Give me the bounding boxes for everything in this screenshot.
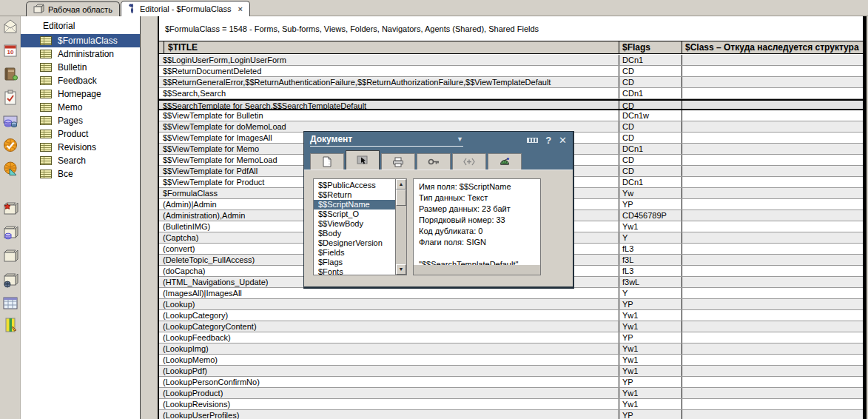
cell-flags: Yw1 — [619, 366, 682, 376]
sidebar-item[interactable]: Pages — [21, 114, 140, 127]
field-list-item[interactable]: $Body — [314, 229, 395, 238]
document-info-tab[interactable] — [310, 153, 344, 170]
table-row[interactable]: (LookupUserProfiles) YP — [159, 410, 863, 419]
field-list-item[interactable]: $Fields — [314, 248, 395, 258]
scroll-down-icon[interactable]: ▼ — [396, 264, 406, 275]
folder-icon[interactable] — [2, 249, 18, 265]
tab-workspace[interactable]: Рабочая область — [26, 1, 120, 16]
table-row[interactable]: $$SearchTemplate for Search,$$SearchTemp… — [159, 99, 863, 110]
cell-flags: YP — [619, 199, 682, 210]
table-row[interactable]: (LookupProduct) Yw1 — [159, 388, 863, 399]
databases-folder-icon[interactable] — [2, 225, 18, 241]
print-tab[interactable] — [381, 153, 415, 170]
sidebar-item[interactable]: Bulletin — [21, 61, 140, 74]
table-row[interactable]: (Lookup) YP — [159, 299, 863, 310]
view-info-line: $FormulaClass = 1548 - Forms, Sub-forms,… — [165, 24, 539, 33]
table-row[interactable]: (LookupRevisions) Yw1 — [159, 399, 863, 410]
table-row[interactable]: (LookupPdf) Yw1 — [159, 366, 863, 377]
scrollbar-track[interactable] — [396, 206, 406, 264]
field-list-item[interactable]: $DesignerVersion — [314, 238, 395, 248]
cell-class — [682, 399, 863, 409]
cell-flags: CD — [619, 155, 682, 165]
sidebar-item[interactable]: Revisions — [21, 141, 140, 154]
cell-class — [682, 121, 863, 132]
browse-web-icon[interactable] — [2, 137, 18, 153]
scrollbar-thumb[interactable] — [396, 190, 406, 206]
internet-folder-icon[interactable] — [2, 272, 18, 289]
cell-class — [682, 55, 863, 65]
sidebar-item[interactable]: Homepage — [21, 87, 140, 101]
field-list-item[interactable]: $$PublicAccess — [314, 181, 395, 190]
field-list-item[interactable]: $$ViewBody — [314, 219, 395, 229]
sidebar-item-label: Pages — [58, 115, 83, 126]
sidebar-item[interactable]: $FormulaClass — [21, 34, 140, 47]
view-icon — [40, 143, 52, 152]
column-header-flags[interactable]: $Flags — [619, 41, 682, 53]
scroll-up-icon[interactable]: ▲ — [396, 179, 406, 190]
cell-flags: YP — [619, 377, 682, 387]
security-key-tab[interactable] — [417, 153, 451, 170]
table-row[interactable]: (ImagesAll)|ImagesAll Y — [159, 288, 863, 299]
table-row[interactable]: (LookupMemo) Yw1 — [159, 355, 863, 366]
table-row[interactable]: $$LoginUserForm,LoginUserForm DCn1 — [159, 55, 863, 66]
cell-class — [682, 101, 863, 109]
document-properties-dialog: Документ ▼ ? ✕ $$Pu — [303, 131, 574, 289]
sidebar-item[interactable]: Product — [21, 127, 140, 141]
fields-tab[interactable] — [346, 150, 380, 170]
field-list-item[interactable]: $$Return — [314, 190, 395, 200]
replicator-icon[interactable] — [2, 113, 18, 130]
tab-editorial-formulaclass[interactable]: Editorial - $FormulaClass × — [121, 1, 250, 16]
cell-flags: f3L — [619, 255, 682, 265]
field-list-item[interactable]: $$ScriptName — [314, 200, 395, 210]
view-icon — [40, 50, 52, 58]
navigator-pane: Editorial $FormulaClass Administration B… — [21, 16, 141, 419]
favorites-folder-icon[interactable] — [2, 201, 18, 218]
advanced-beanie-tab[interactable] — [488, 153, 522, 170]
sidebar-item[interactable]: Memo — [21, 101, 140, 114]
tab-close-icon[interactable]: × — [238, 4, 242, 13]
table-row[interactable]: (LookupPersonConfirmNo) YP — [159, 377, 863, 388]
cell-flags: CD — [619, 101, 682, 109]
column-header-class[interactable]: $Class – Откуда наследуется структура — [682, 41, 863, 53]
help-icon[interactable]: ? — [545, 135, 551, 146]
internet-search-icon[interactable] — [2, 161, 18, 177]
cell-class — [682, 343, 863, 354]
workspace-grid-icon[interactable] — [2, 295, 18, 311]
sidebar-item-label: Bulletin — [58, 62, 87, 73]
table-row[interactable]: (LookupCategoryContent) Yw1 — [159, 321, 863, 332]
meta-ids-tab[interactable] — [452, 153, 486, 170]
view-icon — [40, 36, 52, 45]
collapse-gripper-icon[interactable] — [527, 138, 538, 143]
table-row[interactable]: (LookupCategory) Yw1 — [159, 310, 863, 321]
cell-flags: Yw1 — [619, 399, 682, 409]
pane-splitter[interactable] — [141, 16, 158, 419]
table-row[interactable]: (LookupFeedback) YP — [159, 332, 863, 343]
mail-icon[interactable] — [2, 19, 18, 35]
column-header-title[interactable]: $TITLE — [164, 41, 619, 53]
cell-class — [682, 66, 863, 76]
sidebar-item[interactable]: Search — [21, 154, 140, 167]
sidebar-item[interactable]: Все — [21, 167, 140, 181]
design-list-icon[interactable] — [2, 317, 18, 333]
calendar-icon[interactable]: 10 — [2, 42, 18, 58]
sidebar-item-label: Memo — [58, 102, 82, 113]
chevron-down-icon[interactable]: ▼ — [457, 135, 463, 143]
field-list-item[interactable]: $Fonts — [314, 267, 395, 275]
close-icon[interactable]: ✕ — [559, 135, 567, 146]
contacts-icon[interactable] — [2, 66, 18, 82]
sidebar-item[interactable]: Administration — [21, 47, 140, 61]
table-row[interactable]: $$ViewTemplate for Bulletin DCn1w — [159, 110, 863, 121]
table-row[interactable]: $$ReturnGeneralError,$$ReturnAuthenticat… — [159, 77, 863, 88]
table-row[interactable]: $$Search,Search CDn1 — [159, 88, 863, 99]
field-list-item[interactable]: $$Script_O — [314, 210, 395, 219]
table-row[interactable]: $$ReturnDocumentDeleted CD — [159, 66, 863, 77]
navigator-header: Editorial — [21, 16, 140, 34]
todo-icon[interactable] — [2, 90, 18, 106]
field-list-item[interactable]: $Flags — [314, 258, 395, 267]
sidebar-item[interactable]: Feedback — [21, 74, 140, 87]
cell-flags: CD456789P — [619, 210, 682, 221]
cell-class — [682, 77, 863, 87]
dialog-titlebar[interactable]: Документ ▼ ? ✕ — [304, 132, 573, 148]
table-row[interactable]: (LookupImg) Yw1 — [159, 343, 863, 355]
cell-title: (LookupRevisions) — [159, 399, 619, 409]
